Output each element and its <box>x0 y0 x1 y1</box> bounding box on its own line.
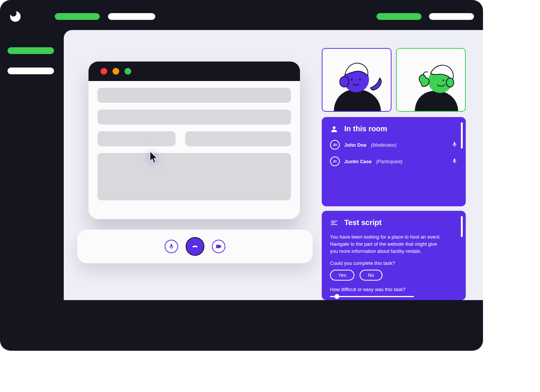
person-icon <box>330 125 338 133</box>
script-panel-header: Test script <box>330 218 458 227</box>
sidebar <box>8 47 54 74</box>
room-panel-header: In this room <box>330 125 458 133</box>
microphone-icon <box>452 158 458 164</box>
svg-point-3 <box>340 77 349 87</box>
video-tile-participant[interactable] <box>396 48 466 112</box>
content-placeholder <box>98 88 291 103</box>
difficulty-slider[interactable] <box>330 296 414 297</box>
window-close-icon[interactable] <box>100 68 107 75</box>
call-controls <box>77 230 313 263</box>
member-mic-button[interactable] <box>452 141 458 149</box>
scroll-indicator[interactable] <box>461 122 463 149</box>
window-minimize-icon[interactable] <box>112 68 119 75</box>
content-placeholder <box>98 153 291 200</box>
avatar: JC <box>330 156 340 166</box>
script-question-1: Could you complete this task? <box>330 260 458 266</box>
logo-icon <box>9 10 22 23</box>
answer-row: Yes No <box>330 270 458 281</box>
content-placeholder <box>98 131 176 146</box>
cursor-icon <box>148 150 161 164</box>
script-panel: Test script You have been looking for a … <box>322 211 466 300</box>
script-body-text: You have been looking for a place to hos… <box>330 234 442 255</box>
video-tiles <box>322 48 466 112</box>
svg-point-6 <box>446 78 454 87</box>
notes-icon <box>330 219 338 227</box>
content-placeholder <box>185 131 291 146</box>
nav-pill[interactable] <box>108 13 155 20</box>
svg-point-5 <box>442 80 444 81</box>
member-mic-button[interactable] <box>452 158 458 165</box>
shared-browser-window <box>88 62 300 219</box>
sidebar-item-active[interactable] <box>8 47 54 54</box>
content-placeholder <box>98 110 291 125</box>
sidebar-item[interactable] <box>8 68 54 74</box>
microphone-icon <box>168 243 175 250</box>
video-camera-icon <box>215 243 222 250</box>
window-zoom-icon[interactable] <box>124 68 131 75</box>
svg-point-1 <box>351 79 352 80</box>
app-frame: In this room JD John Doe (Moderator) JC … <box>0 0 483 351</box>
svg-point-2 <box>359 79 361 80</box>
action-pill-secondary[interactable] <box>429 13 474 20</box>
member-role: (Participant) <box>376 159 402 164</box>
room-panel-title: In this room <box>344 125 387 133</box>
slider-thumb[interactable] <box>334 294 339 299</box>
room-member: JD John Doe (Moderator) <box>330 140 458 150</box>
room-panel: In this room JD John Doe (Moderator) JC … <box>322 117 466 206</box>
member-name: John Doe <box>344 142 366 148</box>
action-pill-primary[interactable] <box>376 13 422 20</box>
mute-button[interactable] <box>165 240 178 253</box>
scroll-indicator[interactable] <box>461 216 463 237</box>
avatar: JD <box>330 140 340 150</box>
script-question-2: How difficult or easy was this task? <box>330 287 458 292</box>
member-role: (Moderator) <box>371 142 396 148</box>
video-tile-moderator[interactable] <box>322 48 392 112</box>
phone-hangup-icon <box>192 243 198 250</box>
camera-button[interactable] <box>212 240 225 253</box>
member-name: Justin Case <box>344 159 372 164</box>
answer-no-button[interactable]: No <box>360 270 382 281</box>
workspace: In this room JD John Doe (Moderator) JC … <box>64 30 483 300</box>
nav-pill-active[interactable] <box>55 13 100 20</box>
room-member: JC Justin Case (Participant) <box>330 156 458 166</box>
hang-up-button[interactable] <box>186 237 204 256</box>
top-bar <box>0 8 483 25</box>
browser-titlebar <box>88 62 300 81</box>
script-panel-title: Test script <box>344 218 382 227</box>
answer-yes-button[interactable]: Yes <box>330 270 354 281</box>
microphone-icon <box>452 141 458 147</box>
browser-body <box>88 81 300 209</box>
